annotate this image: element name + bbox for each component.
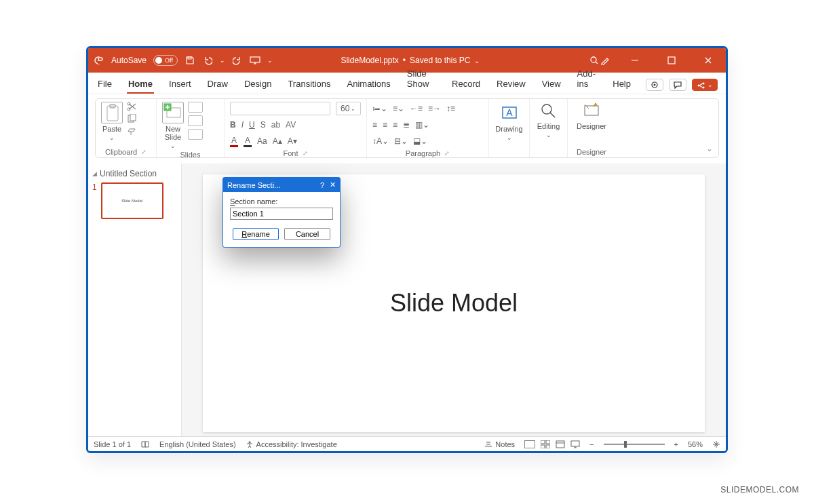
tab-view[interactable]: View [541, 75, 562, 94]
close-button[interactable] [696, 48, 720, 73]
grow-font-button[interactable]: A▴ [273, 136, 282, 146]
tab-slideshow[interactable]: Slide Show [406, 64, 437, 94]
accessibility-status[interactable]: Accessibility: Investigate [246, 440, 337, 448]
justify-button[interactable]: ≣ [403, 120, 410, 130]
spacing-button[interactable]: AV [286, 120, 296, 130]
minimize-button[interactable] [623, 48, 647, 73]
slide-number: 1 [92, 182, 97, 219]
dialog-help-icon[interactable]: ? [320, 181, 324, 189]
strike-button[interactable]: S [260, 120, 266, 130]
designer-button[interactable]: Designer [573, 102, 610, 130]
collapse-ribbon-icon[interactable]: ⌄ [706, 144, 713, 153]
tab-file[interactable]: File [96, 75, 113, 94]
layout-icon[interactable] [188, 102, 203, 113]
columns-button[interactable]: ▥⌄ [415, 120, 429, 130]
editing-button[interactable]: Editing⌄ [535, 102, 562, 138]
svg-point-8 [698, 85, 700, 87]
svg-point-21 [542, 104, 551, 114]
section-header[interactable]: ◢ Untitled Section [92, 169, 177, 178]
align-right-button[interactable]: ≡ [393, 120, 398, 130]
dialog-close-icon[interactable]: ✕ [330, 180, 336, 189]
indent-dec-button[interactable]: ←≡ [410, 104, 423, 113]
tab-home[interactable]: Home [127, 75, 154, 94]
shrink-font-button[interactable]: A▾ [288, 136, 297, 146]
share-button[interactable]: ⌄ [692, 79, 718, 91]
bullets-button[interactable]: ≔⌄ [372, 104, 387, 113]
title-chevron-icon[interactable]: ⌄ [474, 57, 480, 64]
fit-to-window-icon[interactable] [712, 440, 720, 448]
app-window: AutoSave Off ⌄ ⌄ SlideModel.pptx • Sa [86, 46, 728, 453]
cancel-button[interactable]: Cancel [284, 228, 330, 240]
zoom-level[interactable]: 56% [688, 440, 703, 448]
normal-view-icon[interactable] [524, 440, 535, 448]
svg-rect-25 [546, 440, 550, 444]
reset-icon[interactable] [188, 115, 203, 126]
align-left-button[interactable]: ≡ [372, 120, 377, 130]
save-state: Saved to this PC [410, 56, 470, 65]
book-icon[interactable] [140, 440, 150, 448]
camera-button[interactable] [646, 79, 663, 91]
redo-icon[interactable] [232, 55, 243, 66]
section-name-input[interactable] [230, 208, 333, 220]
line-spacing-button[interactable]: ↕≡ [446, 104, 455, 113]
zoom-slider[interactable] [604, 444, 665, 445]
cut-icon[interactable] [127, 102, 138, 111]
tab-review[interactable]: Review [495, 75, 527, 94]
paragraph-launcher-icon[interactable]: ⤢ [444, 150, 450, 157]
format-painter-icon[interactable] [127, 126, 138, 136]
section-collapse-icon[interactable]: ◢ [92, 170, 97, 177]
rename-button[interactable]: Rename [233, 228, 279, 240]
align-text-button[interactable]: ⊟⌄ [394, 136, 408, 146]
clipboard-launcher-icon[interactable]: ⤢ [141, 149, 147, 155]
tab-animations[interactable]: Animations [346, 75, 392, 94]
font-launcher-icon[interactable]: ⤢ [303, 150, 308, 157]
shadow-button[interactable]: ab [271, 120, 280, 130]
comments-button[interactable] [669, 79, 686, 91]
copy-icon[interactable] [127, 114, 138, 123]
new-slide-button[interactable]: New Slide⌄ [162, 102, 184, 149]
undo-icon[interactable] [202, 55, 213, 66]
sorter-view-icon[interactable] [541, 440, 550, 448]
zoom-out-button[interactable]: − [589, 440, 594, 448]
slide-thumbnail[interactable]: Slide Model [101, 182, 163, 219]
svg-rect-28 [556, 441, 564, 448]
font-family-combo[interactable] [230, 102, 330, 115]
text-direction-button[interactable]: ↕A⌄ [372, 136, 389, 146]
slideshow-view-icon[interactable] [570, 440, 580, 448]
tab-help[interactable]: Help [611, 75, 632, 94]
language-status[interactable]: English (United States) [159, 440, 236, 448]
tab-transitions[interactable]: Transitions [286, 75, 332, 94]
present-icon[interactable] [250, 55, 260, 66]
notes-button[interactable]: Notes [484, 440, 515, 448]
tab-addins[interactable]: Add-ins [576, 64, 598, 94]
ribbon: Paste⌄ Clipboard⤢ New Slide⌄ [95, 98, 719, 158]
document-title[interactable]: SlideModel.pptx [341, 56, 398, 65]
underline-button[interactable]: U [249, 120, 255, 130]
font-color-button[interactable]: A [230, 136, 238, 147]
reading-view-icon[interactable] [556, 440, 565, 448]
tab-draw[interactable]: Draw [206, 75, 229, 94]
save-icon[interactable] [185, 55, 195, 66]
drawing-button[interactable]: A Drawing⌄ [495, 102, 524, 141]
paste-button[interactable]: Paste⌄ [101, 102, 123, 141]
align-center-button[interactable]: ≡ [383, 120, 387, 130]
italic-button[interactable]: I [241, 120, 244, 130]
indent-inc-button[interactable]: ≡→ [428, 104, 441, 113]
zoom-in-button[interactable]: + [674, 440, 678, 448]
undo-chevron-icon[interactable]: ⌄ [220, 57, 225, 64]
font-size-combo[interactable]: 60⌄ [336, 102, 361, 115]
highlight-button[interactable]: A [244, 136, 252, 147]
present-chevron-icon[interactable]: ⌄ [267, 57, 273, 64]
tab-record[interactable]: Record [450, 75, 482, 94]
smartart-button[interactable]: ⬓⌄ [413, 136, 427, 146]
change-case-button[interactable]: Aa [257, 136, 267, 146]
pen-icon[interactable] [600, 55, 610, 66]
svg-rect-16 [130, 114, 136, 121]
tab-insert[interactable]: Insert [168, 75, 193, 94]
tab-design[interactable]: Design [243, 75, 273, 94]
maximize-button[interactable] [659, 48, 684, 73]
section-icon[interactable] [188, 129, 203, 140]
bold-button[interactable]: B [230, 120, 236, 130]
autosave-toggle[interactable]: Off [153, 55, 178, 66]
numbering-button[interactable]: ≡⌄ [393, 104, 404, 113]
